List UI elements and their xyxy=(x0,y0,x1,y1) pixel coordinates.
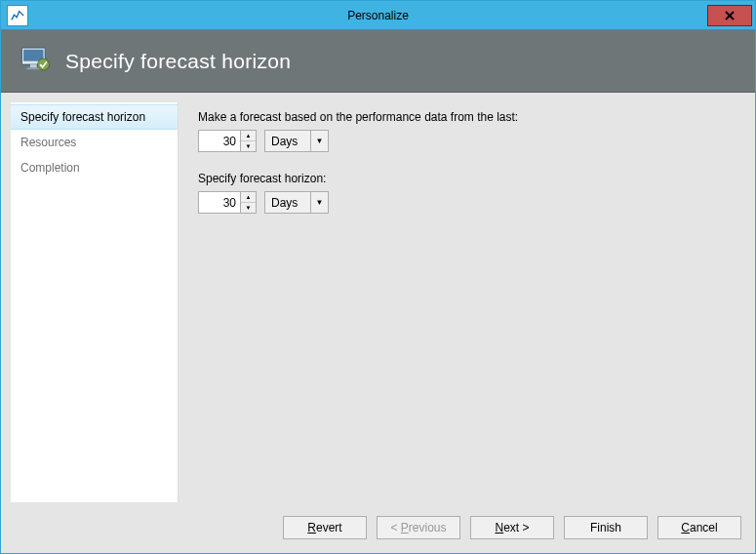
step-sidebar: Specify forecast horizon Resources Compl… xyxy=(11,102,179,502)
svg-point-6 xyxy=(38,59,50,70)
horizon-spin-down[interactable]: ▼ xyxy=(241,203,256,213)
history-unit-dropdown[interactable]: Days ▼ xyxy=(264,130,329,152)
wizard-body: Specify forecast horizon Resources Compl… xyxy=(1,93,755,502)
chevron-down-icon: ▼ xyxy=(310,192,328,213)
horizon-unit-value: Days xyxy=(265,192,310,213)
history-label: Make a forecast based on the performance… xyxy=(198,110,732,124)
previous-button: < Previous xyxy=(377,516,460,539)
horizon-value-input[interactable] xyxy=(198,191,241,214)
step-label: Completion xyxy=(20,161,80,175)
step-completion[interactable]: Completion xyxy=(11,155,178,180)
app-icon xyxy=(7,5,28,26)
next-button[interactable]: Next > xyxy=(470,516,554,539)
cancel-button[interactable]: Cancel xyxy=(657,516,741,539)
wizard-footer: Revert < Previous Next > Finish Cancel xyxy=(1,502,755,553)
wizard-header: Specify forecast horizon xyxy=(1,30,755,93)
history-spinner: ▲ ▼ xyxy=(198,130,257,152)
close-icon xyxy=(724,10,736,21)
history-spin-up[interactable]: ▲ xyxy=(241,131,256,141)
finish-button[interactable]: Finish xyxy=(564,516,648,539)
history-unit-value: Days xyxy=(265,131,310,151)
horizon-label: Specify forecast horizon: xyxy=(198,172,732,185)
horizon-unit-dropdown[interactable]: Days ▼ xyxy=(264,191,329,214)
horizon-field-group: Specify forecast horizon: ▲ ▼ Days ▼ xyxy=(198,172,732,214)
horizon-spin-up[interactable]: ▲ xyxy=(241,192,256,203)
revert-button[interactable]: Revert xyxy=(283,516,367,539)
history-spin-down[interactable]: ▼ xyxy=(241,141,256,151)
wizard-window: Personalize Specify forecast horizon Spe… xyxy=(0,0,756,554)
chevron-down-icon: ▼ xyxy=(310,131,328,151)
history-value-input[interactable] xyxy=(198,130,241,152)
page-title: Specify forecast horizon xyxy=(65,50,291,73)
step-label: Resources xyxy=(20,136,76,149)
horizon-spin-buttons: ▲ ▼ xyxy=(241,191,257,214)
svg-rect-4 xyxy=(30,64,37,67)
close-button[interactable] xyxy=(707,5,752,26)
step-label: Specify forecast horizon xyxy=(20,110,145,124)
titlebar: Personalize xyxy=(1,1,755,30)
history-field-group: Make a forecast based on the performance… xyxy=(198,110,732,152)
step-specify-horizon[interactable]: Specify forecast horizon xyxy=(11,104,178,130)
history-spin-buttons: ▲ ▼ xyxy=(241,130,257,152)
svg-rect-5 xyxy=(27,68,41,70)
content-pane: Make a forecast based on the performance… xyxy=(179,102,745,502)
horizon-spinner: ▲ ▼ xyxy=(198,191,257,214)
window-title: Personalize xyxy=(1,9,755,22)
monitor-icon xyxy=(19,43,52,79)
step-resources[interactable]: Resources xyxy=(11,130,178,155)
btn-text: evert xyxy=(316,521,342,534)
